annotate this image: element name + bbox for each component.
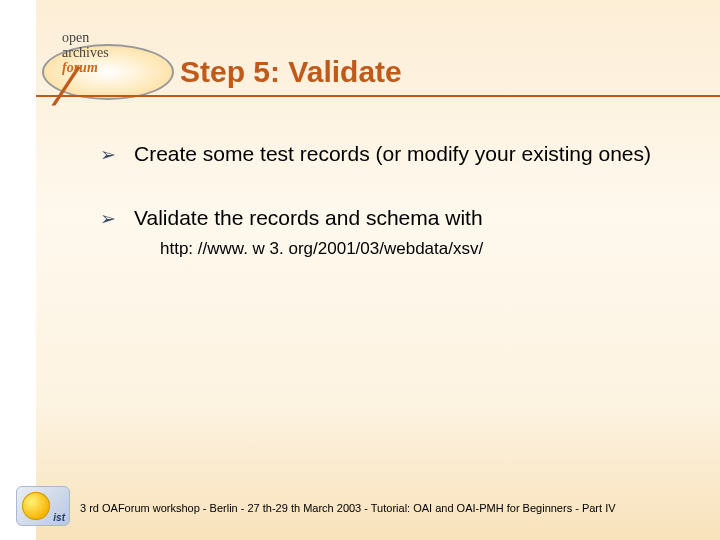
title-underline [36, 95, 720, 97]
logo-line2: archives [62, 45, 109, 60]
bullet-2: ➢ Validate the records and schema with [100, 204, 660, 232]
footer-text: 3 rd OAForum workshop - Berlin - 27 th-2… [80, 502, 616, 514]
logo-text: open archives forum [62, 30, 109, 75]
ist-logo-text: ist [53, 512, 65, 523]
content-area: ➢ Create some test records (or modify yo… [100, 140, 660, 259]
slide: / open archives forum Step 5: Validate ➢… [0, 0, 720, 540]
logo-line1: open [62, 30, 109, 45]
oaforum-logo: / open archives forum [12, 22, 167, 102]
page-title: Step 5: Validate [180, 55, 402, 89]
ist-logo: ist [16, 486, 70, 526]
bullet-arrow-icon: ➢ [100, 204, 134, 232]
logo-line3: forum [62, 60, 109, 75]
bullet-2-text: Validate the records and schema with [134, 204, 660, 232]
bullet-2-url: http: //www. w 3. org/2001/03/webdata/xs… [160, 239, 660, 259]
bullet-arrow-icon: ➢ [100, 140, 134, 168]
bullet-1: ➢ Create some test records (or modify yo… [100, 140, 660, 168]
ist-logo-sun-icon [22, 492, 50, 520]
bullet-1-text: Create some test records (or modify your… [134, 140, 660, 168]
